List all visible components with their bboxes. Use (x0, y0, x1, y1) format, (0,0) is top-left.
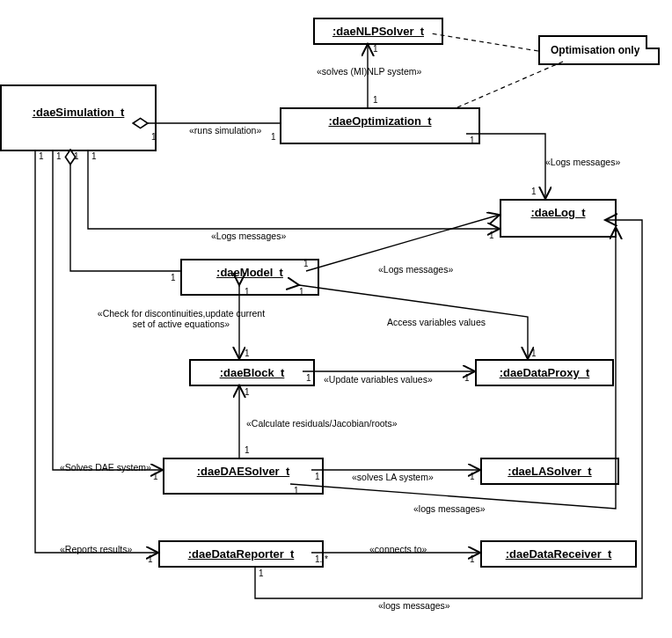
lbl-reports: «Reports results» (60, 544, 132, 554)
node-log: :daeLog_t (500, 199, 617, 238)
node-block: :daeBlock_t (189, 359, 315, 386)
lbl-opt-log: «Logs messages» (545, 157, 620, 167)
mult: 1 (470, 472, 475, 481)
node-label: :daeModel_t (216, 266, 283, 279)
lbl-solves-minlp: «solves (MI)NLP system» (317, 66, 421, 77)
mult: 1 (271, 132, 276, 142)
node-label: :daeDataReceiver_t (506, 547, 612, 561)
node-label: :daeOptimization_t (328, 114, 431, 128)
uml-canvas: :daeSimulation_t :daeNLPSolver_t :daeOpt… (0, 0, 672, 638)
mult: 1 (464, 373, 470, 383)
node-dataproxy: :daeDataProxy_t (475, 359, 614, 386)
lbl-solves-la: «solves LA system» (352, 472, 434, 482)
mult: 1 (39, 151, 44, 161)
mult: 1 (148, 554, 153, 564)
mult: 1 (470, 136, 475, 145)
node-optimization: :daeOptimization_t (280, 107, 480, 144)
node-label: :daeDAESolver_t (197, 465, 289, 478)
node-label: :daeDataReporter_t (188, 547, 295, 561)
node-nlpsolver: :daeNLPSolver_t (313, 18, 443, 45)
node-datareceiver: :daeDataReceiver_t (480, 540, 637, 568)
lbl-check-disc: «Check for discontinuities,update curren… (93, 308, 269, 329)
mult: 1 (489, 231, 494, 240)
mult: 1 (294, 486, 299, 495)
mult: 1 (91, 151, 97, 161)
lbl-sim-log: «Logs messages» (211, 231, 286, 241)
node-daesolver: :daeDAESolver_t (163, 458, 324, 495)
mult: 1 (303, 259, 309, 268)
mult: 1 (373, 44, 378, 54)
node-datareporter: :daeDataReporter_t (158, 540, 324, 568)
lbl-solves-dae: «Solves DAE system» (60, 462, 151, 473)
lbl-connects: «connects to» (369, 544, 427, 554)
edge-note-nlp (431, 33, 538, 51)
node-label: :daeLASolver_t (508, 465, 591, 478)
node-label: :daeSimulation_t (33, 106, 125, 119)
lbl-rep-logs: «logs messages» (378, 600, 450, 611)
edge-model-log (306, 215, 500, 271)
edge-sim-log (88, 150, 500, 229)
node-label: :daeDataProxy_t (500, 366, 590, 379)
mult: 1 (153, 472, 158, 481)
mult: 1 (470, 554, 475, 564)
node-label: :daeNLPSolver_t (332, 25, 424, 38)
mult: 1..* (315, 554, 328, 564)
node-lasolver: :daeLASolver_t (480, 458, 619, 485)
edge-sim-rep (35, 150, 158, 553)
mult: 1 (74, 151, 79, 161)
lbl-access-vars: Access variables values (387, 317, 486, 327)
mult: 1 (245, 387, 250, 397)
mult: 1 (245, 348, 250, 358)
mult: 1 (315, 472, 320, 481)
note-optimisation-only: Optimisation only (538, 35, 660, 65)
lbl-model-log: «Logs messages» (378, 264, 453, 275)
lbl-dae-logs: «logs messages» (413, 503, 486, 514)
lbl-calc-resid: «Calculate residuals/Jacobian/roots» (246, 418, 398, 429)
lbl-update-vars: «Update variables values» (324, 374, 433, 385)
edge-note-opt (457, 62, 563, 107)
mult: 1 (245, 287, 250, 297)
node-label: :daeBlock_t (220, 366, 285, 379)
mult: 1 (306, 373, 311, 383)
lbl-runs-simulation: «runs simulation» (189, 125, 261, 136)
mult: 1 (151, 132, 157, 142)
mult: 1 (299, 287, 304, 297)
mult: 1 (171, 273, 176, 282)
mult: 1 (373, 95, 378, 105)
mult: 1 (56, 151, 62, 161)
node-label: :daeLog_t (530, 206, 585, 219)
mult: 1 (531, 187, 537, 196)
note-text: Optimisation only (551, 44, 639, 56)
edge-sim-model (70, 150, 180, 271)
mult: 1 (531, 348, 537, 358)
node-simulation: :daeSimulation_t (0, 84, 157, 151)
mult: 1 (259, 568, 264, 578)
mult: 1 (245, 445, 250, 455)
